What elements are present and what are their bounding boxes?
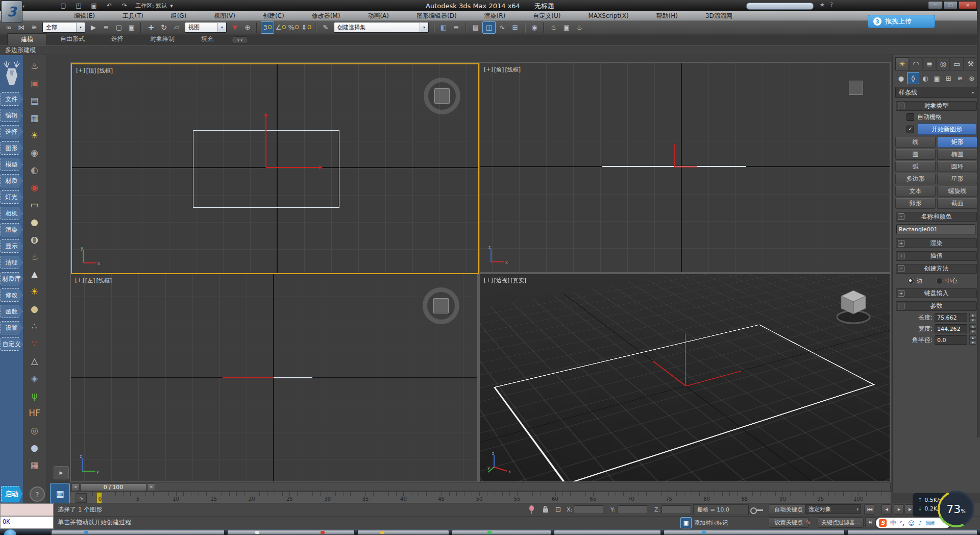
taskbar-app[interactable] [227, 530, 355, 535]
favorites-icon[interactable]: ★ [820, 2, 825, 8]
viewport-menu-shading[interactable]: [线框] [96, 277, 112, 284]
workspace-selector[interactable]: 工作区: 默认▾ [135, 2, 173, 10]
go-to-start-button[interactable]: |◀◀ [864, 504, 874, 515]
ribbon-minimize-icon[interactable]: ▾▾ [232, 36, 248, 44]
shape-button[interactable]: 多边形 [895, 174, 936, 184]
rectangle-shape[interactable] [493, 325, 874, 481]
shape-button[interactable]: 矩形 [937, 137, 977, 148]
plugin-tool-icon[interactable]: ◐ [27, 162, 42, 178]
modify-tab-icon[interactable]: ◠ [909, 57, 923, 70]
rendering-rollout[interactable]: +渲染 [896, 238, 977, 248]
sidebar-item[interactable]: 设置 [1, 321, 22, 334]
select-by-name-icon[interactable]: ≡ [100, 22, 112, 33]
select-object-icon[interactable]: ▶ [87, 22, 100, 33]
spinner-stepper[interactable]: ▲▼ [969, 324, 976, 333]
maximize-button[interactable]: ▢ [943, 1, 958, 9]
shape-button[interactable]: 文本 [895, 186, 936, 197]
plugin-tool-icon[interactable]: ◎ [27, 423, 42, 438]
name-color-rollout[interactable]: -名称和颜色 [896, 212, 977, 222]
viewcube[interactable] [424, 78, 460, 114]
absolute-mode-icon[interactable]: ⊡ [555, 505, 561, 513]
help-icon[interactable]: ? [830, 2, 833, 8]
add-time-tag[interactable]: 添加时间标记 [694, 519, 728, 527]
shape-button[interactable]: 星形 [937, 174, 977, 184]
viewport-menu-shading[interactable]: [真实] [510, 277, 526, 284]
sidebar-item[interactable]: 模型 [1, 158, 22, 171]
menu-item[interactable]: 动画(A) [354, 11, 403, 20]
track-bar[interactable]: ∿ 05101520253035404550556065707580859095… [70, 491, 891, 503]
polygon-modeling-label[interactable]: 多边形建模 [5, 46, 36, 55]
viewport-perspective[interactable]: [+] [透视] [真实] zxy [480, 274, 890, 481]
creation-method-rollout[interactable]: -创建方法 [896, 264, 977, 274]
menu-item[interactable]: 帮助(H) [643, 11, 692, 20]
open-icon[interactable]: ◰ [74, 2, 83, 9]
sidebar-item[interactable]: 自定义 [1, 337, 22, 351]
previous-frame-button[interactable]: ◀| [881, 504, 892, 515]
x-coordinate-field[interactable] [574, 505, 603, 514]
sidebar-item[interactable]: 清理 [1, 256, 22, 269]
sidebar-item[interactable]: 材质库 [1, 272, 22, 285]
menu-item[interactable]: 组(G) [157, 11, 201, 20]
mirror-icon[interactable]: ◧ [437, 22, 450, 33]
curve-editor-icon[interactable]: ∿ [496, 22, 508, 33]
plugin-tool-icon[interactable]: ● [27, 214, 42, 230]
app-menu-arrow-icon[interactable]: ▾ [22, 4, 24, 9]
taskbar-app[interactable] [554, 530, 661, 535]
flyout-expand-icon[interactable]: ▶ [54, 466, 69, 479]
infocenter-search[interactable] [746, 3, 814, 10]
plugin-tool-icon[interactable]: ♨ [27, 58, 42, 74]
time-slider-handle[interactable]: 0 / 100 [80, 483, 146, 491]
material-editor-icon[interactable]: ◉ [528, 22, 541, 33]
viewport-menu-plus[interactable]: [+] [484, 66, 493, 74]
shape-button[interactable]: 圆环 [937, 161, 977, 172]
sogou-logo-icon[interactable]: S [879, 519, 887, 527]
shapes-category-icon[interactable]: ◊ [907, 72, 920, 84]
helpers-category-icon[interactable]: ⊞ [943, 72, 954, 84]
render-setup-icon[interactable]: ♨ [548, 22, 560, 33]
plugin-tool-icon[interactable]: ∴ [27, 319, 42, 334]
ime-punctuation-icon[interactable]: ’, [900, 520, 904, 527]
ribbon-tab[interactable]: 选择 [98, 33, 137, 45]
ime-emoji-icon[interactable]: ☺ [908, 520, 915, 527]
percent-snap-icon[interactable]: %Ω [287, 22, 300, 33]
undo-icon[interactable]: ↶ [105, 2, 114, 9]
sidebar-item[interactable]: 材质 [1, 174, 22, 187]
play-button[interactable]: ▶ [894, 504, 904, 515]
plugin-tool-icon[interactable]: ▦ [27, 457, 42, 473]
isolate-selection-icon[interactable] [529, 505, 534, 511]
window-crossing-icon[interactable]: ▣ [126, 22, 138, 33]
key-mode-dropdown[interactable]: 选定对象▾ [805, 504, 861, 514]
display-tab-icon[interactable]: ▭ [950, 57, 964, 70]
viewport-menu-view[interactable]: [前] [494, 66, 504, 74]
render-production-icon[interactable]: ♨ [573, 22, 585, 33]
geometry-category-icon[interactable]: ● [895, 72, 907, 84]
ime-keyboard-icon[interactable]: ⌨ [925, 520, 934, 527]
shape-button[interactable]: 卵形 [895, 198, 936, 209]
ribbon-tab[interactable]: 对象绘制 [137, 33, 188, 45]
menu-item[interactable]: 自定义(U) [519, 11, 574, 20]
use-pivot-center-icon[interactable]: ▼ [229, 22, 241, 33]
parameter-value-field[interactable]: 75.662 [935, 313, 967, 322]
panel-scrollbar[interactable] [977, 0, 980, 437]
plugin-tool-icon[interactable]: ● [27, 440, 42, 455]
expand-icon[interactable]: + [898, 240, 904, 247]
time-slider[interactable]: < 0 / 100 > [70, 482, 891, 491]
save-icon[interactable]: ▣ [89, 2, 99, 9]
viewcube[interactable] [849, 81, 863, 95]
plugin-tool-icon[interactable]: ● [27, 301, 42, 317]
plugin-tool-icon[interactable]: ∵ [27, 336, 42, 351]
edge-radio[interactable]: 边 [908, 277, 923, 285]
plugin-tool-icon[interactable]: ◍ [27, 232, 42, 247]
collapse-icon[interactable]: - [898, 213, 904, 220]
plugin-tool-icon[interactable]: ▦ [27, 110, 42, 126]
plugin-tool-icon[interactable]: ψ [27, 388, 42, 403]
reference-coordinate-dropdown[interactable]: 视图▾ [185, 22, 227, 33]
go-to-end-button[interactable]: ▶| [865, 517, 875, 527]
viewport-menu-view[interactable]: [透视] [494, 277, 510, 284]
redo-icon[interactable]: ↷ [120, 2, 129, 9]
parameter-value-field[interactable]: 0.0 [935, 335, 967, 345]
sidebar-item[interactable]: 相机 [1, 207, 22, 220]
collapse-icon[interactable]: - [898, 103, 904, 109]
select-and-move-icon[interactable]: + [145, 22, 157, 33]
launch-button[interactable]: 启动 [1, 486, 22, 502]
